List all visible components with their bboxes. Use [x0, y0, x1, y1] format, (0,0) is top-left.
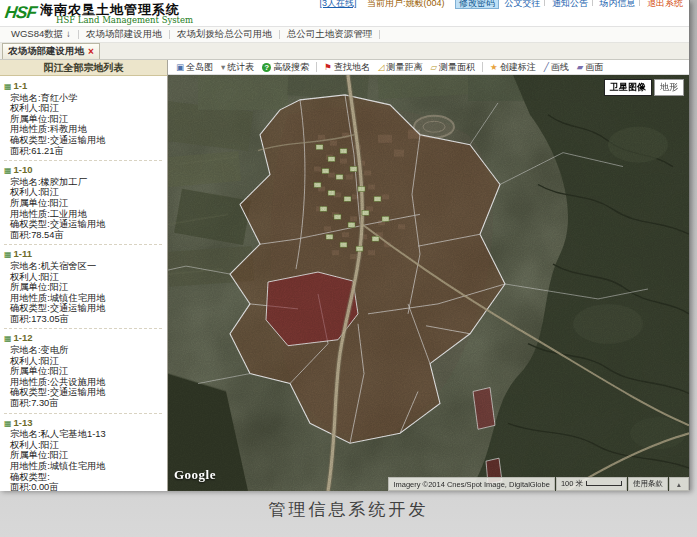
- menu-item-hq-land-resource[interactable]: 总公司土地资源管理: [280, 28, 380, 41]
- parcel-usage: 用地性质:科教用地: [4, 124, 162, 135]
- list-item[interactable]: ▦1-10 宗地名:橡胶加工厂 权利人:阳江 所属单位:阳江 用地性质:工业用地…: [4, 163, 162, 245]
- tab-farm-hq-land[interactable]: 农场场部建设用地 ×: [2, 43, 100, 59]
- logout-link[interactable]: 退出系统: [647, 0, 683, 8]
- parcel-right-type: 确权类型:交通运输用地: [4, 135, 162, 146]
- notices-link[interactable]: 通知公告: [552, 0, 588, 8]
- map-toolbar: ▣全岛图 ▾统计表 ?高级搜索 ⚑查找地名 ◿测量距离 ▱测量面积 ★创建标注 …: [168, 60, 689, 75]
- tab-bar: 农场场部建设用地 ×: [0, 43, 689, 60]
- list-item[interactable]: ▦1-1 宗地名:育红小学 权利人:阳江 所属单位:阳江 用地性质:科教用地 确…: [4, 79, 162, 161]
- parcel-usage: 用地性质:城镇住宅用地: [4, 461, 162, 472]
- polygon-icon: ▰: [577, 63, 584, 71]
- parcel-area: 面积:0.00亩: [4, 482, 162, 491]
- full-island-map-button[interactable]: ▣全岛图: [172, 61, 217, 74]
- app-window: HSF 海南农垦土地管理系统 HSF Land Management Syste…: [0, 0, 690, 490]
- slide-caption: 管理信息系统开发: [0, 498, 697, 521]
- parcel-usage: 用地性质:城镇住宅用地: [4, 293, 162, 304]
- draw-line-button[interactable]: ╱画线: [540, 61, 573, 74]
- tab-label: 农场场部建设用地: [8, 45, 84, 58]
- scale-bar: [586, 481, 622, 486]
- parcel-id: 1-1: [14, 80, 28, 91]
- measure-area-button[interactable]: ▱测量面积: [426, 61, 479, 74]
- parcel-area: 面积:173.05亩: [4, 314, 162, 325]
- parcel-owner: 权利人:阳江: [4, 103, 162, 114]
- close-tab-icon[interactable]: ×: [88, 46, 94, 57]
- parcel-usage: 用地性质:公共设施用地: [4, 377, 162, 388]
- menu-item-farm-hq-land[interactable]: 农场场部建设用地: [79, 28, 169, 41]
- menu-item-wgs84-data[interactable]: WGS84数据 ↓: [4, 28, 78, 41]
- caret-down-icon: ▾: [221, 63, 225, 71]
- top-links: [3人在线] 当前用户:姚毅(004) 修改密码 公文交往 通知公告 场内信息 …: [319, 0, 683, 10]
- advanced-search-button[interactable]: ?高级搜索: [258, 61, 313, 74]
- menu-item-allocated-land[interactable]: 农场划拨给总公司用地: [170, 28, 279, 41]
- parcel-id: 1-10: [14, 164, 33, 175]
- map-attribution-bar: Imagery ©2014 Cnes/Spot Image, DigitalGl…: [387, 477, 689, 491]
- parcel-name: 宗地名:机关宿舍区一: [4, 261, 162, 272]
- parcel-unit: 所属单位:阳江: [4, 282, 162, 293]
- parcel-owner: 权利人:阳江: [4, 440, 162, 451]
- map-pane: ▣全岛图 ▾统计表 ?高级搜索 ⚑查找地名 ◿测量距离 ▱测量面积 ★创建标注 …: [168, 60, 689, 491]
- parcel-sidebar: 阳江全部宗地列表 ▦1-1 宗地名:育红小学 权利人:阳江 所属单位:阳江 用地…: [0, 60, 168, 491]
- list-item[interactable]: ▦1-11 宗地名:机关宿舍区一 权利人:阳江 所属单位:阳江 用地性质:城镇住…: [4, 247, 162, 329]
- parcel-icon: ▦: [4, 419, 12, 428]
- parcel-icon: ▦: [4, 250, 12, 259]
- draw-polygon-button[interactable]: ▰画面: [573, 61, 608, 74]
- google-logo: Google: [174, 467, 216, 483]
- parcel-owner: 权利人:阳江: [4, 272, 162, 283]
- parcel-id: 1-13: [14, 417, 33, 428]
- create-marker-button[interactable]: ★创建标注: [486, 61, 540, 74]
- list-item[interactable]: ▦1-12 宗地名:变电所 权利人:阳江 所属单位:阳江 用地性质:公共设施用地…: [4, 331, 162, 413]
- flag-icon: ⚑: [324, 63, 332, 71]
- parcel-unit: 所属单位:阳江: [4, 450, 162, 461]
- parcel-name: 宗地名:私人宅基地1-13: [4, 429, 162, 440]
- main-content: 阳江全部宗地列表 ▦1-1 宗地名:育红小学 权利人:阳江 所属单位:阳江 用地…: [0, 60, 689, 491]
- statistics-table-button[interactable]: ▾统计表: [217, 61, 258, 74]
- parcel-id: 1-12: [14, 332, 33, 343]
- parcel-name: 宗地名:橡胶加工厂: [4, 177, 162, 188]
- area-icon: ▱: [430, 63, 437, 71]
- terrain-layer-button[interactable]: 地形: [654, 79, 684, 96]
- parcel-list: ▦1-1 宗地名:育红小学 权利人:阳江 所属单位:阳江 用地性质:科教用地 确…: [0, 76, 167, 491]
- parcel-area: 面积:7.30亩: [4, 398, 162, 409]
- satellite-map[interactable]: 卫星图像 地形 Google Imagery ©2014 Cnes/Spot I…: [168, 75, 689, 491]
- ruler-icon: ◿: [378, 63, 385, 71]
- imagery-attribution: Imagery ©2014 Cnes/Spot Image, DigitalGl…: [388, 477, 554, 491]
- list-item[interactable]: ▦1-13 宗地名:私人宅基地1-13 权利人:阳江 所属单位:阳江 用地性质:…: [4, 416, 162, 491]
- terms-of-use-link[interactable]: 使用条款: [628, 477, 668, 491]
- star-icon: ★: [490, 63, 498, 71]
- question-icon: ?: [262, 63, 271, 72]
- parcel-right-type: 确权类型:: [4, 472, 162, 483]
- map-layer-buttons: 卫星图像 地形: [604, 79, 684, 96]
- satellite-layer-button[interactable]: 卫星图像: [604, 79, 652, 96]
- island-map-icon: ▣: [176, 63, 184, 71]
- parcel-id: 1-11: [14, 248, 33, 259]
- current-user-label: 当前用户:姚毅(004): [367, 0, 445, 8]
- line-icon: ╱: [544, 63, 549, 71]
- measure-distance-button[interactable]: ◿测量距离: [374, 61, 427, 74]
- parcel-icon: ▦: [4, 166, 12, 175]
- documents-link[interactable]: 公文交往: [504, 0, 540, 8]
- parcel-right-type: 确权类型:交通运输用地: [4, 387, 162, 398]
- parcel-right-type: 确权类型:交通运输用地: [4, 219, 162, 230]
- noise-overlay: [168, 75, 689, 491]
- parcel-area: 面积:78.54亩: [4, 230, 162, 241]
- find-place-button[interactable]: ⚑查找地名: [320, 61, 374, 74]
- menu-bar: WGS84数据 ↓ 农场场部建设用地 农场划拨给总公司用地 总公司土地资源管理: [0, 27, 689, 43]
- attribution-toggle-button[interactable]: ▴: [669, 477, 689, 491]
- online-users-link[interactable]: [3人在线]: [319, 0, 356, 8]
- app-subtitle: HSF Land Management System: [56, 15, 193, 25]
- parcel-right-type: 确权类型:交通运输用地: [4, 303, 162, 314]
- app-header: HSF 海南农垦土地管理系统 HSF Land Management Syste…: [0, 0, 689, 27]
- sidebar-title: 阳江全部宗地列表: [0, 60, 167, 76]
- parcel-owner: 权利人:阳江: [4, 356, 162, 367]
- parcel-icon: ▦: [4, 82, 12, 91]
- parcel-icon: ▦: [4, 334, 12, 343]
- parcel-unit: 所属单位:阳江: [4, 114, 162, 125]
- parcel-area: 面积:61.21亩: [4, 146, 162, 157]
- internal-info-link[interactable]: 场内信息: [599, 0, 635, 8]
- map-scale: 100 米: [556, 477, 627, 491]
- parcel-unit: 所属单位:阳江: [4, 366, 162, 377]
- change-password-button[interactable]: 修改密码: [455, 0, 499, 9]
- parcel-name: 宗地名:变电所: [4, 345, 162, 356]
- satellite-map-image: [168, 75, 689, 491]
- parcel-owner: 权利人:阳江: [4, 187, 162, 198]
